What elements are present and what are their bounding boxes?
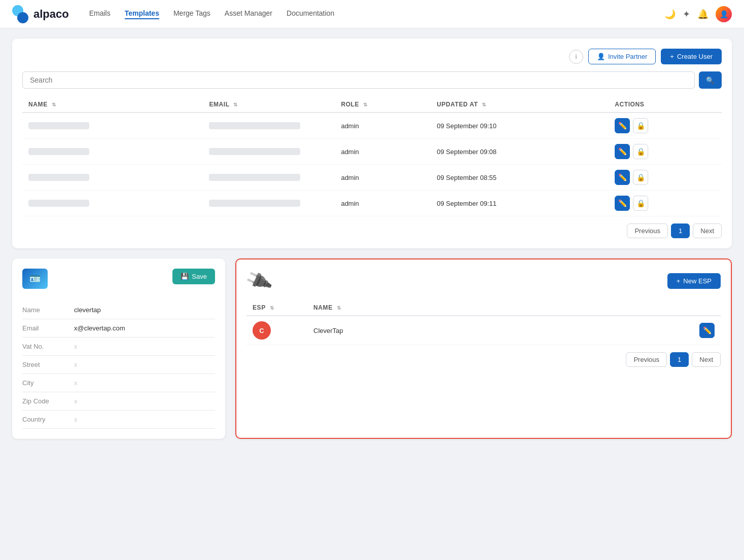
user-actions-cell: ✏️ 🔒	[609, 165, 722, 191]
esp-plug-icon: 🔌	[243, 266, 273, 295]
esp-card: 🔌 + New ESP ESP ⇅ NAM	[235, 258, 732, 439]
company-form: Name Email Vat No. Street City Zip Code …	[22, 301, 215, 429]
user-email-cell: ████████████████████	[203, 113, 335, 139]
nav-documentation[interactable]: Documentation	[287, 9, 334, 19]
users-page-1-button[interactable]: 1	[671, 223, 690, 238]
save-company-button[interactable]: 💾 Save	[172, 269, 215, 284]
user-role-cell: admin	[335, 191, 431, 216]
field-input-email[interactable]	[74, 324, 215, 332]
field-input-city[interactable]	[74, 379, 215, 387]
lock-user-button[interactable]: 🔒	[633, 118, 648, 133]
table-row: █████████ ███████████████████ admin 09 S…	[22, 139, 722, 165]
esp-card-header: 🔌 + New ESP	[246, 270, 721, 292]
edit-user-button[interactable]: ✏️	[615, 196, 630, 211]
table-row: ███████ ████████████████ admin 09 Septem…	[22, 165, 722, 191]
field-street: Street	[22, 356, 215, 374]
nav-links: Emails Templates Merge Tags Asset Manage…	[89, 9, 664, 19]
col-role[interactable]: ROLE ⇅	[335, 97, 431, 113]
col-email[interactable]: EMAIL ⇅	[203, 97, 335, 113]
edit-user-button[interactable]: ✏️	[615, 144, 630, 159]
field-email: Email	[22, 319, 215, 338]
field-label-country: Country	[22, 416, 68, 423]
user-updated-cell: 09 September 09:10	[431, 113, 609, 139]
navbar: alpaco Emails Templates Merge Tags Asset…	[0, 0, 744, 28]
table-row: ██████ ████████████████ admin 09 Septemb…	[22, 191, 722, 216]
logo-icon	[12, 5, 30, 23]
user-name-cell: ██████████████	[22, 113, 203, 139]
users-card: i 👤 Invite Partner + Create User 🔍 NAME	[12, 39, 732, 248]
field-zip: Zip Code	[22, 392, 215, 410]
esp-logo-cell: C	[246, 316, 307, 345]
app-logo[interactable]: alpaco	[12, 5, 69, 23]
users-pagination: Previous 1 Next	[22, 223, 722, 238]
esp-action-cell: ✏️	[557, 316, 721, 345]
search-button[interactable]: 🔍	[699, 71, 722, 89]
info-icon[interactable]: i	[569, 50, 583, 64]
esp-name-cell: CleverTap	[307, 316, 557, 345]
dark-mode-toggle[interactable]: 🌙	[664, 9, 676, 20]
user-actions-cell: ✏️ 🔒	[609, 139, 722, 165]
esp-prev-button[interactable]: Previous	[626, 352, 667, 367]
save-icon: 💾	[181, 273, 189, 280]
edit-user-button[interactable]: ✏️	[615, 118, 630, 133]
col-updated-at[interactable]: UPDATED AT ⇅	[431, 97, 609, 113]
field-input-zip[interactable]	[74, 397, 215, 405]
user-role-cell: admin	[335, 165, 431, 191]
field-input-country[interactable]	[74, 416, 215, 423]
nav-templates[interactable]: Templates	[125, 9, 159, 19]
users-table: NAME ⇅ EMAIL ⇅ ROLE ⇅ UPDATED AT	[22, 97, 722, 216]
users-next-button[interactable]: Next	[693, 223, 722, 238]
users-table-wrap: NAME ⇅ EMAIL ⇅ ROLE ⇅ UPDATED AT	[22, 97, 722, 216]
esp-page-1-button[interactable]: 1	[670, 352, 689, 367]
invite-partner-button[interactable]: 👤 Invite Partner	[588, 49, 656, 64]
company-logo-icon: 🪪	[22, 269, 48, 289]
invite-partner-icon: 👤	[597, 53, 605, 60]
lock-user-button[interactable]: 🔒	[633, 170, 648, 185]
clevertap-logo: C	[253, 321, 271, 340]
esp-table-wrap: ESP ⇅ NAME ⇅ C Cle	[246, 300, 721, 345]
lock-user-button[interactable]: 🔒	[633, 144, 648, 159]
search-input[interactable]	[22, 71, 695, 89]
notifications-icon[interactable]: 🔔	[697, 9, 708, 20]
field-label-city: City	[22, 379, 68, 387]
esp-table: ESP ⇅ NAME ⇅ C Cle	[246, 300, 721, 345]
esp-pagination: Previous 1 Next	[246, 352, 721, 367]
field-label-name: Name	[22, 306, 68, 314]
user-name-cell: █████████	[22, 139, 203, 165]
nav-right-actions: 🌙 ✦ 🔔 👤	[664, 6, 732, 22]
table-row: ██████████████ ████████████████████ admi…	[22, 113, 722, 139]
nav-merge-tags[interactable]: Merge Tags	[173, 9, 210, 19]
field-input-street[interactable]	[74, 361, 215, 368]
field-input-name[interactable]	[74, 306, 215, 314]
lock-user-button[interactable]: 🔒	[633, 196, 648, 211]
nav-asset-manager[interactable]: Asset Manager	[225, 9, 272, 19]
esp-table-row: C CleverTap ✏️	[246, 316, 721, 345]
create-user-icon: +	[670, 53, 674, 60]
users-prev-button[interactable]: Previous	[627, 223, 668, 238]
company-card: 🪪 💾 Save Name Email Vat No. Street City	[12, 258, 225, 439]
user-updated-cell: 09 September 09:11	[431, 191, 609, 216]
sort-role-icon: ⇅	[363, 102, 368, 107]
user-updated-cell: 09 September 09:08	[431, 139, 609, 165]
user-name-cell: ███████	[22, 165, 203, 191]
esp-col-name[interactable]: NAME ⇅	[307, 300, 557, 316]
sort-updated-icon: ⇅	[482, 102, 486, 107]
col-name[interactable]: NAME ⇅	[22, 97, 203, 113]
field-label-vat: Vat No.	[22, 343, 68, 350]
field-input-vat[interactable]	[74, 343, 215, 350]
new-esp-button[interactable]: + New ESP	[667, 273, 721, 289]
esp-col-esp[interactable]: ESP ⇅	[246, 300, 307, 316]
sparkle-icon[interactable]: ✦	[683, 9, 690, 20]
create-user-button[interactable]: + Create User	[661, 49, 722, 64]
nav-emails[interactable]: Emails	[89, 9, 111, 19]
new-esp-plus-icon: +	[677, 277, 681, 285]
user-avatar[interactable]: 👤	[716, 6, 732, 22]
user-actions-cell: ✏️ 🔒	[609, 191, 722, 216]
field-vat: Vat No.	[22, 338, 215, 356]
edit-user-button[interactable]: ✏️	[615, 170, 630, 185]
search-row: 🔍	[22, 71, 722, 89]
edit-esp-button[interactable]: ✏️	[699, 323, 715, 338]
esp-next-button[interactable]: Next	[692, 352, 721, 367]
user-email-cell: ████████████████	[203, 191, 335, 216]
field-label-email: Email	[22, 324, 68, 332]
